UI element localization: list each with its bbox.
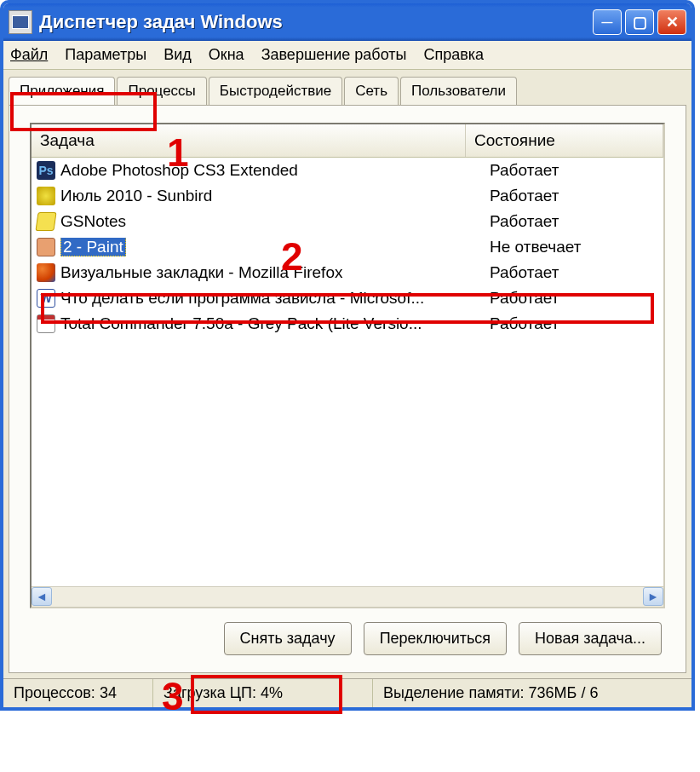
pt-icon — [37, 238, 55, 256]
menu-windows[interactable]: Окна — [209, 46, 244, 64]
status-processes: Процессов: 34 — [3, 679, 153, 707]
task-name: Визуальные закладки - Mozilla Firefox — [60, 263, 490, 282]
task-manager-window: Диспетчер задач Windows ─ ▢ ✕ Файл Парам… — [0, 0, 695, 711]
app-icon — [9, 10, 32, 34]
menubar: Файл Параметры Вид Окна Завершение работ… — [3, 41, 691, 70]
tab-processes[interactable]: Процессы — [117, 77, 206, 105]
status-cpu: Загрузка ЦП: 4% — [153, 679, 373, 707]
menu-options[interactable]: Параметры — [65, 46, 146, 64]
statusbar: Процессов: 34 Загрузка ЦП: 4% Выделение … — [3, 678, 691, 707]
list-item[interactable]: GSNotesРаботает — [32, 209, 663, 234]
task-status: Не отвечает — [490, 238, 658, 256]
switch-to-button[interactable]: Переключиться — [364, 622, 507, 655]
list-header: Задача Состояние — [32, 124, 663, 158]
menu-file[interactable]: Файл — [10, 46, 48, 64]
ff-icon — [37, 263, 55, 282]
tab-performance[interactable]: Быстродействие — [209, 77, 342, 105]
menu-shutdown[interactable]: Завершение работы — [261, 46, 407, 64]
task-status: Работает — [490, 289, 658, 308]
window-title: Диспетчер задач Windows — [39, 11, 283, 33]
task-name: GSNotes — [60, 212, 490, 231]
task-status: Работает — [490, 161, 658, 180]
column-task[interactable]: Задача — [32, 124, 466, 157]
task-status: Работает — [490, 187, 658, 205]
list-item[interactable]: Июль 2010 - SunbirdРаботает — [32, 183, 663, 209]
close-button[interactable]: ✕ — [657, 9, 686, 35]
list-item[interactable]: PsAdobe Photoshop CS3 ExtendedРаботает — [32, 158, 663, 183]
scroll-track[interactable] — [52, 587, 643, 607]
ps-icon: Ps — [37, 161, 55, 180]
task-name: Adobe Photoshop CS3 Extended — [60, 161, 490, 180]
task-status: Работает — [490, 212, 658, 231]
task-name: Total Commander 7.50a - Grey Pack (Lite … — [60, 314, 490, 333]
task-status: Работает — [490, 263, 658, 282]
gs-icon — [35, 212, 56, 231]
tab-applications[interactable]: Приложения — [9, 77, 115, 105]
new-task-button[interactable]: Новая задача... — [519, 622, 662, 655]
button-row: Снять задачу Переключиться Новая задача.… — [30, 608, 665, 660]
task-status: Работает — [490, 314, 658, 333]
applications-list[interactable]: Задача Состояние PsAdobe Photoshop CS3 E… — [30, 123, 665, 608]
scroll-right-button[interactable]: ► — [643, 587, 663, 606]
wd-icon: W — [37, 289, 55, 308]
scroll-left-button[interactable]: ◄ — [32, 587, 52, 606]
end-task-button[interactable]: Снять задачу — [224, 622, 352, 655]
column-status[interactable]: Состояние — [466, 124, 663, 157]
task-name: Что делать если программа зависла - Micr… — [60, 289, 490, 308]
titlebar[interactable]: Диспетчер задач Windows ─ ▢ ✕ — [3, 3, 691, 41]
tab-body: Задача Состояние PsAdobe Photoshop CS3 E… — [9, 105, 686, 673]
tab-row: Приложения Процессы Быстродействие Сеть … — [3, 70, 691, 105]
sb-icon — [37, 187, 55, 205]
minimize-button[interactable]: ─ — [593, 9, 622, 35]
list-item[interactable]: 2 - PaintНе отвечает — [32, 234, 663, 260]
tc-icon — [37, 314, 55, 333]
list-item[interactable]: Total Commander 7.50a - Grey Pack (Lite … — [32, 311, 663, 337]
status-memory: Выделение памяти: 736МБ / 6 — [373, 679, 691, 707]
maximize-button[interactable]: ▢ — [625, 9, 654, 35]
horizontal-scrollbar[interactable]: ◄ ► — [32, 586, 663, 607]
task-name: 2 - Paint — [60, 238, 490, 256]
tab-users[interactable]: Пользователи — [400, 77, 517, 105]
menu-help[interactable]: Справка — [423, 46, 484, 64]
list-item[interactable]: WЧто делать если программа зависла - Mic… — [32, 285, 663, 311]
list-item[interactable]: Визуальные закладки - Mozilla FirefoxРаб… — [32, 260, 663, 285]
task-name: Июль 2010 - Sunbird — [60, 187, 490, 205]
tab-network[interactable]: Сеть — [344, 77, 399, 105]
menu-view[interactable]: Вид — [164, 46, 192, 64]
